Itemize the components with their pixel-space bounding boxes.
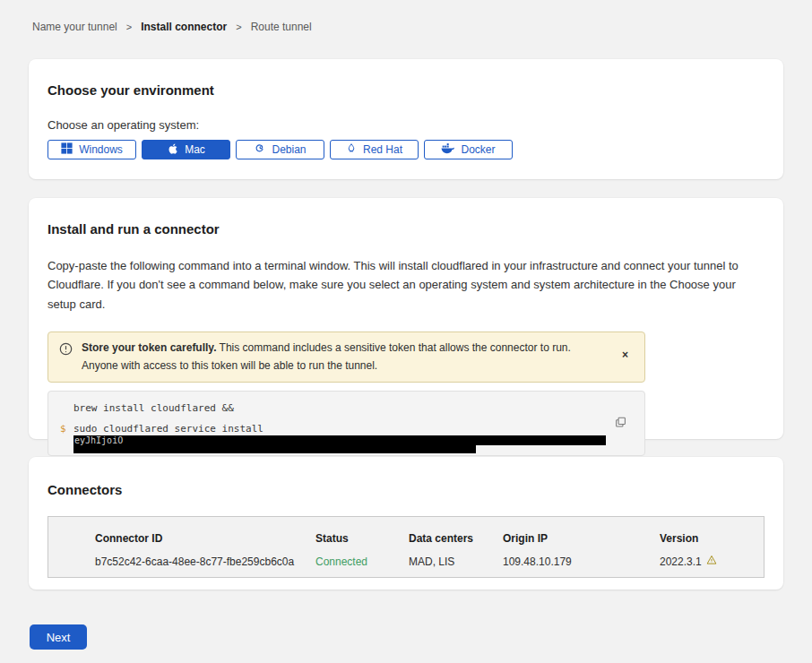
apple-icon (167, 142, 178, 158)
close-icon[interactable]: × (617, 347, 634, 363)
os-button-debian[interactable]: Debian (236, 140, 324, 159)
debian-icon (254, 142, 265, 157)
token-prefix: eyJhIjoiO (73, 435, 123, 445)
status-badge: Connected (315, 555, 409, 568)
token-warning-banner: Store your token carefully. This command… (48, 332, 645, 382)
column-header-connector-id: Connector ID (95, 532, 315, 545)
connectors-card: Connectors Connector ID Status Data cent… (29, 457, 783, 590)
breadcrumb: Name your tunnel > Install connector > R… (0, 0, 812, 33)
os-button-label: Windows (79, 143, 123, 156)
breadcrumb-install-connector[interactable]: Install connector (141, 21, 227, 33)
column-header-version: Version (660, 532, 764, 545)
environment-card: Choose your environment Choose an operat… (29, 59, 783, 179)
version-cell: 2022.3.1 (660, 555, 764, 568)
code-line-sudo: sudo cloudflared service install (73, 423, 263, 435)
origin-ip-value: 109.48.10.179 (503, 555, 660, 568)
column-header-data-centers: Data centers (409, 532, 503, 545)
breadcrumb-route-tunnel[interactable]: Route tunnel (251, 21, 312, 33)
install-command-code-block: brew install cloudflared && $ sudo cloud… (48, 391, 645, 456)
install-description: Copy-paste the following command into a … (48, 256, 763, 314)
alert-circle-icon (59, 342, 73, 359)
table-row: b7c52c42-6caa-48ee-8c77-fbe259cb6c0a Con… (95, 555, 764, 568)
breadcrumb-separator: > (236, 22, 241, 32)
warning-title: Store your token carefully. (82, 341, 217, 354)
os-button-label: Red Hat (363, 143, 402, 156)
version-value: 2022.3.1 (660, 555, 702, 568)
os-select-label: Choose an operating system: (48, 118, 764, 132)
os-button-label: Mac (185, 143, 205, 156)
environment-card-title: Choose your environment (48, 82, 764, 98)
next-button[interactable]: Next (30, 624, 87, 650)
tunnel-setup-page: Name your tunnel > Install connector > R… (0, 0, 812, 663)
os-button-redhat[interactable]: Red Hat (330, 140, 419, 159)
connector-id-value: b7c52c42-6caa-48ee-8c77-fbe259cb6c0a (95, 555, 315, 568)
shell-prompt: $ (60, 423, 73, 435)
column-header-origin-ip: Origin IP (503, 532, 660, 545)
install-card: Install and run a connector Copy-paste t… (29, 198, 783, 439)
code-line-brew: brew install cloudflared && (73, 402, 234, 414)
os-button-mac[interactable]: Mac (142, 140, 230, 159)
os-button-label: Docker (461, 143, 495, 156)
breadcrumb-separator: > (126, 22, 132, 32)
windows-icon (61, 142, 73, 157)
redacted-token-bar: eyJhIjoiO (73, 435, 606, 445)
os-button-label: Debian (272, 143, 306, 156)
redhat-icon (346, 142, 357, 157)
connectors-card-title: Connectors (48, 482, 764, 497)
install-card-title: Install and run a connector (48, 221, 764, 237)
table-header-row: Connector ID Status Data centers Origin … (95, 532, 764, 545)
warning-text: Store your token carefully. This command… (82, 340, 606, 374)
connectors-table: Connector ID Status Data centers Origin … (48, 516, 764, 578)
redacted-token-bar-2 (73, 445, 476, 453)
breadcrumb-name-your-tunnel[interactable]: Name your tunnel (32, 21, 117, 33)
os-button-windows[interactable]: Windows (48, 140, 136, 159)
warning-triangle-icon (706, 555, 717, 568)
column-header-status: Status (315, 532, 409, 545)
os-button-docker[interactable]: Docker (424, 140, 513, 159)
copy-icon[interactable] (613, 415, 628, 433)
docker-icon (441, 142, 454, 157)
data-centers-value: MAD, LIS (409, 555, 503, 568)
os-button-group: Windows Mac Debian Red Hat (48, 140, 764, 159)
